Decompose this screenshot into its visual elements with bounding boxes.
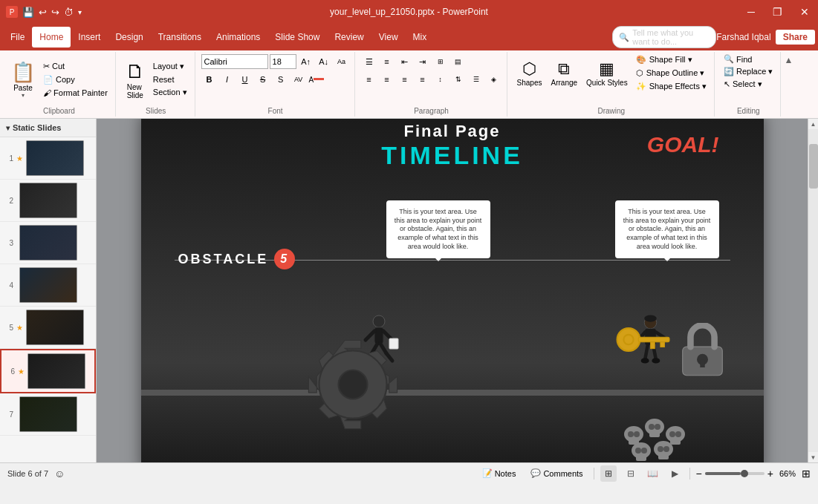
- menu-review[interactable]: Review: [327, 27, 371, 48]
- slide-thumb-7[interactable]: [19, 396, 77, 432]
- comments-button[interactable]: 💬 Comments: [526, 467, 587, 480]
- shape-effects-button[interactable]: ✨ Shape Effects ▾: [633, 80, 710, 93]
- accessibility-icon[interactable]: ☺: [54, 468, 65, 480]
- numbering-button[interactable]: ≡: [379, 53, 395, 70]
- align-right-button[interactable]: ≡: [397, 71, 413, 88]
- zoom-bar[interactable]: [705, 472, 765, 475]
- menu-slideshow[interactable]: Slide Show: [267, 27, 327, 48]
- slide-thumb-1[interactable]: [26, 140, 84, 176]
- restore-button[interactable]: ❐: [770, 6, 785, 18]
- strikethrough-button[interactable]: S: [255, 71, 271, 88]
- find-button[interactable]: 🔍 Find: [721, 53, 776, 65]
- shape-outline-button[interactable]: ⬡ Shape Outline ▾: [633, 67, 710, 79]
- scroll-up-button[interactable]: ▲: [808, 119, 819, 129]
- section-button[interactable]: Section ▾: [150, 86, 190, 99]
- align-text-button[interactable]: ☰: [468, 71, 484, 88]
- menu-insert[interactable]: Insert: [71, 27, 108, 48]
- zoom-in-button[interactable]: +: [767, 468, 773, 480]
- shape-fill-button[interactable]: 🎨 Shape Fill ▾: [633, 53, 710, 66]
- slide-thumb-3[interactable]: [19, 225, 77, 261]
- notes-button[interactable]: 📝 Notes: [478, 467, 521, 480]
- quick-styles-button[interactable]: ▦ Quick Styles: [582, 57, 632, 89]
- slide-thumb-5[interactable]: [26, 310, 84, 345]
- share-button[interactable]: Share: [776, 30, 815, 45]
- font-size-input[interactable]: [270, 54, 296, 69]
- font-family-input[interactable]: [201, 54, 268, 69]
- increase-font-button[interactable]: A↑: [298, 53, 314, 70]
- slide-thumb-6[interactable]: [27, 353, 85, 389]
- minimize-button[interactable]: ─: [744, 6, 758, 18]
- scroll-track[interactable]: [808, 129, 819, 452]
- speech-bubble-2[interactable]: This is your text area. Use this area to…: [615, 200, 719, 258]
- new-slide-button[interactable]: 🗋 NewSlide: [122, 58, 149, 102]
- replace-button[interactable]: 🔄 Replace ▾: [721, 66, 776, 77]
- close-button[interactable]: ✕: [797, 6, 812, 18]
- dropdown-icon[interactable]: ▾: [78, 8, 82, 16]
- slide-canvas[interactable]: Final Page TIMELINE GOAL! OBSTACLE 5 Thi…: [141, 119, 764, 462]
- menu-view[interactable]: View: [371, 27, 406, 48]
- redo-icon[interactable]: ↪: [51, 7, 59, 18]
- align-left-button[interactable]: ≡: [361, 71, 377, 88]
- copy-button[interactable]: 📄 Copy: [40, 73, 111, 86]
- arrange-button[interactable]: ⧉ Arrange: [547, 57, 581, 89]
- reset-button[interactable]: Reset: [150, 73, 190, 85]
- scrollbar-vertical[interactable]: ▲ ▼: [808, 119, 818, 462]
- collapse-icon[interactable]: ▾: [6, 124, 10, 132]
- slide-item-7[interactable]: 7: [0, 393, 96, 436]
- char-spacing-button[interactable]: AV: [290, 71, 307, 88]
- smart-art-button[interactable]: ▤: [450, 53, 467, 70]
- bold-button[interactable]: B: [201, 71, 218, 88]
- menu-transitions[interactable]: Transitions: [151, 27, 209, 48]
- scroll-down-button[interactable]: ▼: [808, 452, 819, 462]
- slide-item-6[interactable]: 6 ★: [0, 349, 96, 393]
- text-direction-button[interactable]: ⇅: [450, 71, 467, 88]
- slide-thumb-2[interactable]: [19, 183, 77, 218]
- line-spacing-button[interactable]: ↕: [432, 71, 449, 88]
- menu-design[interactable]: Design: [108, 27, 150, 48]
- scroll-thumb[interactable]: [809, 144, 818, 189]
- slide-item-3[interactable]: 3: [0, 222, 96, 264]
- ribbon-collapse-button[interactable]: ▲: [782, 52, 794, 117]
- slide-item-4[interactable]: 4: [0, 264, 96, 307]
- convert-smartart-button[interactable]: ◈: [486, 71, 502, 88]
- slide-item-1[interactable]: 1 ★: [0, 137, 96, 180]
- speech-bubble-1[interactable]: This is your text area. Use this area to…: [386, 200, 490, 258]
- menu-home[interactable]: Home: [32, 27, 71, 48]
- menu-mix[interactable]: Mix: [406, 27, 435, 48]
- shapes-button[interactable]: ⬡ Shapes: [513, 57, 546, 89]
- select-button[interactable]: ↖ Select ▾: [721, 79, 776, 90]
- save-icon[interactable]: 💾: [22, 7, 34, 18]
- slide-thumb-4[interactable]: [19, 267, 77, 303]
- justify-button[interactable]: ≡: [415, 71, 431, 88]
- layout-button[interactable]: Layout ▾: [150, 60, 190, 73]
- slide-item-2[interactable]: 2: [0, 180, 96, 222]
- normal-view-button[interactable]: ⊞: [600, 465, 617, 482]
- slideshow-button[interactable]: ▶: [667, 465, 684, 482]
- zoom-out-button[interactable]: −: [696, 468, 702, 480]
- increase-indent-button[interactable]: ⇥: [415, 53, 431, 70]
- decrease-font-button[interactable]: A↓: [316, 53, 332, 70]
- decrease-indent-button[interactable]: ⇤: [397, 53, 413, 70]
- slide-sorter-button[interactable]: ⊟: [623, 465, 639, 482]
- zoom-level[interactable]: 66%: [779, 469, 796, 478]
- clipboard-buttons: 📋 Paste ▾ ✂ Cut 📄 Copy 🖌 Format Painter: [7, 53, 111, 105]
- tell-me-input[interactable]: 🔍 Tell me what you want to do...: [612, 26, 716, 48]
- underline-button[interactable]: U: [237, 71, 253, 88]
- menu-animations[interactable]: Animations: [209, 27, 267, 48]
- cut-button[interactable]: ✂ Cut: [40, 60, 111, 73]
- reading-view-button[interactable]: 📖: [645, 465, 661, 482]
- undo-icon[interactable]: ↩: [39, 7, 47, 18]
- zoom-handle[interactable]: [741, 470, 748, 477]
- clear-format-button[interactable]: Aa: [334, 53, 350, 70]
- columns-button[interactable]: ⊞: [432, 53, 449, 70]
- slide-item-5[interactable]: 5 ★: [0, 307, 96, 349]
- align-center-button[interactable]: ≡: [379, 71, 395, 88]
- menu-file[interactable]: File: [3, 27, 32, 48]
- paste-button[interactable]: 📋 Paste ▾: [7, 59, 39, 101]
- italic-button[interactable]: I: [219, 71, 236, 88]
- font-color-button[interactable]: A: [308, 71, 325, 88]
- bullets-button[interactable]: ☰: [361, 53, 377, 70]
- fit-button[interactable]: ⊞: [802, 468, 811, 480]
- shadow-button[interactable]: S: [273, 71, 289, 88]
- format-painter-button[interactable]: 🖌 Format Painter: [40, 87, 111, 99]
